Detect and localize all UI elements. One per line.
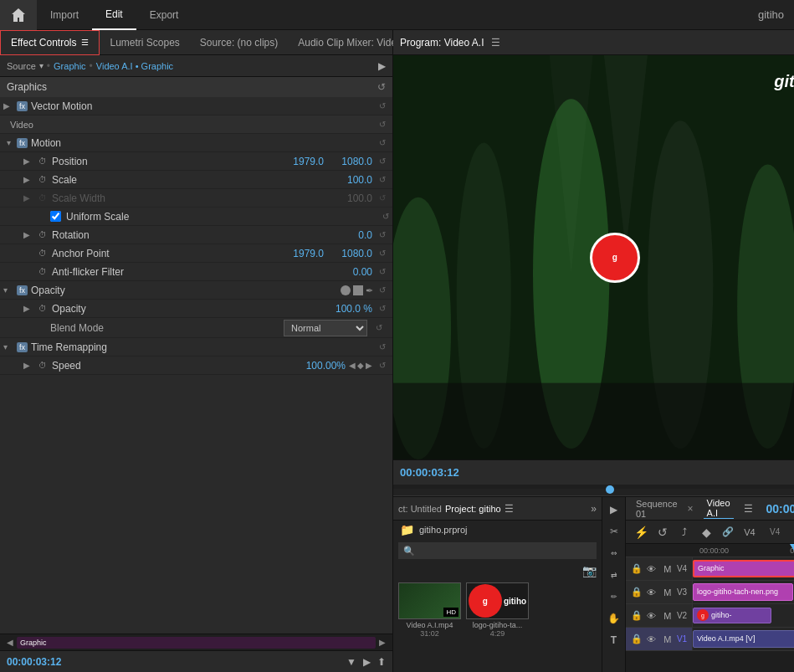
home-button[interactable]	[0, 0, 37, 30]
scale-width-row[interactable]: ▶ ⏱ Scale Width 100.0 ↺	[0, 189, 392, 208]
thumbnail-logo[interactable]: g gitiho logo-gitiho-ta... 4:29	[466, 582, 529, 638]
tab-source[interactable]: Source: (no clips)	[190, 30, 288, 55]
track-v4-eye[interactable]: 👁	[645, 564, 658, 574]
rotation-row[interactable]: ▶ ⏱ Rotation 0.0 ↺	[0, 226, 392, 244]
graphic-clip-bar[interactable]: Graphic	[17, 637, 376, 649]
tool-hand[interactable]: ✋	[605, 609, 623, 628]
anti-flicker-row[interactable]: ▶ ⏱ Anti-flicker Filter 0.00 ↺	[0, 263, 392, 281]
opacity-reset[interactable]: ↺	[376, 302, 389, 315]
timeline-scroll-left[interactable]: ◀	[7, 638, 13, 647]
video-reset[interactable]: ↺	[376, 118, 389, 131]
thumbnail-videoai[interactable]: HD Video A.I.mp4 31:02	[398, 582, 461, 638]
position-y-value[interactable]: 1080.0	[330, 156, 372, 167]
rotation-expand[interactable]: ▶	[23, 230, 33, 239]
position-row[interactable]: ▶ ⏱ Position 1979.0 1080.0 ↺	[0, 152, 392, 171]
scale-width-expand[interactable]: ▶	[23, 193, 33, 203]
position-x-value[interactable]: 1979.0	[282, 156, 324, 167]
anchor-point-row[interactable]: ▶ ⏱ Anchor Point 1979.0 1080.0 ↺	[0, 244, 392, 263]
seq-marker[interactable]: ◆	[698, 524, 715, 541]
tab-seq01-close[interactable]: ×	[688, 503, 694, 515]
uniform-scale-checkbox[interactable]	[50, 211, 61, 222]
time-remapping-row[interactable]: ▾ fx Time Remapping ↺	[0, 338, 392, 357]
tool-text[interactable]: T	[605, 631, 623, 649]
anti-flicker-clock[interactable]: ⏱	[37, 266, 49, 278]
project-camera-btn[interactable]: 📷	[582, 564, 597, 577]
tab-sequence01[interactable]: Sequence 01	[633, 499, 681, 519]
seq-link[interactable]: 🔗	[720, 524, 736, 541]
track-v4-body[interactable]: Graphic	[693, 557, 794, 580]
motion-expand[interactable]: ▾	[3, 138, 13, 147]
speed-prev-keyframe[interactable]: ◀	[349, 361, 356, 370]
blend-circle-shape[interactable]	[341, 285, 351, 295]
seq-lift[interactable]: ⤴	[676, 524, 693, 541]
blend-mode-reset[interactable]: ↺	[372, 321, 386, 335]
motion-row[interactable]: ▾ fx Motion ↺	[0, 134, 392, 152]
scale-clock[interactable]: ⏱	[37, 174, 49, 186]
track-v1-eye[interactable]: 👁	[645, 634, 658, 644]
anchor-x-value[interactable]: 1979.0	[282, 248, 324, 259]
seq-ripple[interactable]: ⚡	[633, 524, 649, 541]
clip-graphic[interactable]: Graphic	[693, 560, 794, 578]
speed-value[interactable]: 100.00%	[304, 360, 346, 372]
opacity-section-reset[interactable]: ↺	[376, 284, 389, 297]
speed-add-keyframe[interactable]: ◆	[357, 361, 364, 370]
nav-import[interactable]: Import	[37, 0, 92, 30]
rotation-clock[interactable]: ⏱	[37, 229, 49, 241]
tab-menu-seq[interactable]: ☰	[744, 503, 753, 515]
blend-brush-shape[interactable]: ✒	[366, 285, 376, 295]
track-v2-lock[interactable]: 🔒	[631, 610, 643, 621]
opacity-section-row[interactable]: ▾ fx Opacity ✒ ↺	[0, 281, 392, 300]
track-v4-lock[interactable]: 🔒	[631, 563, 643, 574]
track-v3-body[interactable]: logo-gitiho-tach-nen.png	[693, 581, 794, 603]
speed-expand[interactable]: ▶	[23, 361, 33, 370]
scale-reset[interactable]: ↺	[376, 173, 389, 187]
tab-effect-controls[interactable]: Effect Controls ☰	[0, 30, 100, 55]
clip-videoai[interactable]: Video A.I.mp4 [V]	[693, 630, 794, 649]
tool-slide[interactable]: ⇄	[605, 566, 623, 584]
track-v4-audio[interactable]: M	[661, 564, 674, 574]
scale-value[interactable]: 100.0	[330, 174, 372, 186]
uniform-scale-reset[interactable]: ↺	[379, 210, 392, 223]
timeline-scroll-right[interactable]: ▶	[379, 638, 386, 647]
opacity-value[interactable]: 100.0 %	[330, 303, 372, 315]
anchor-y-value[interactable]: 1080.0	[330, 248, 372, 259]
tool-slip[interactable]: ⇔	[605, 544, 623, 562]
anchor-reset[interactable]: ↺	[376, 247, 389, 260]
scale-width-reset[interactable]: ↺	[376, 192, 389, 205]
vector-motion-row[interactable]: ▶ fx Vector Motion ↺	[0, 97, 392, 115]
opacity-clock[interactable]: ⏱	[37, 303, 49, 315]
clip-gitiho[interactable]: g gitiho-	[693, 608, 771, 623]
seq-label[interactable]: V4	[741, 524, 758, 541]
seq-undo[interactable]: ↺	[654, 524, 671, 541]
source-graphic-link[interactable]: Graphic	[54, 61, 86, 71]
vector-motion-expand[interactable]: ▶	[3, 101, 13, 110]
anti-flicker-reset[interactable]: ↺	[376, 265, 389, 279]
time-remapping-reset[interactable]: ↺	[376, 341, 389, 354]
speed-clock[interactable]: ⏱	[37, 360, 49, 372]
tool-select[interactable]: ▶	[605, 500, 623, 519]
project-menu-btn[interactable]: ☰	[505, 503, 514, 515]
track-v2-body[interactable]: g gitiho-	[693, 604, 794, 627]
program-time[interactable]: 00:00:03:12	[400, 466, 459, 479]
rotation-reset[interactable]: ↺	[376, 228, 389, 242]
filter-btn[interactable]: ▼	[346, 656, 356, 668]
track-v2-audio[interactable]: M	[661, 611, 674, 621]
clip-logo-png[interactable]: logo-gitiho-tach-nen.png	[693, 583, 793, 602]
nav-edit[interactable]: Edit	[92, 0, 136, 30]
scale-expand[interactable]: ▶	[23, 175, 33, 184]
blend-mode-select[interactable]: Normal Multiply Screen	[284, 320, 367, 336]
project-expand-btn[interactable]: »	[591, 503, 597, 515]
track-v3-eye[interactable]: 👁	[645, 587, 658, 598]
source-dropdown[interactable]: ▾	[39, 61, 44, 70]
scale-row[interactable]: ▶ ⏱ Scale 100.0 ↺	[0, 171, 392, 189]
blend-square-shape[interactable]	[353, 285, 363, 295]
project-search[interactable]	[398, 542, 597, 559]
track-v3-audio[interactable]: M	[661, 587, 674, 598]
tab-menu-icon[interactable]: ☰	[81, 38, 89, 47]
track-v1-audio[interactable]: M	[661, 634, 674, 644]
anti-flicker-value[interactable]: 0.00	[330, 266, 372, 278]
tool-pen[interactable]: ✏	[605, 587, 623, 606]
position-clock[interactable]: ⏱	[37, 156, 49, 167]
track-v1-body[interactable]: Video A.I.mp4 [V]	[693, 628, 794, 650]
track-v3-lock[interactable]: 🔒	[631, 587, 643, 598]
